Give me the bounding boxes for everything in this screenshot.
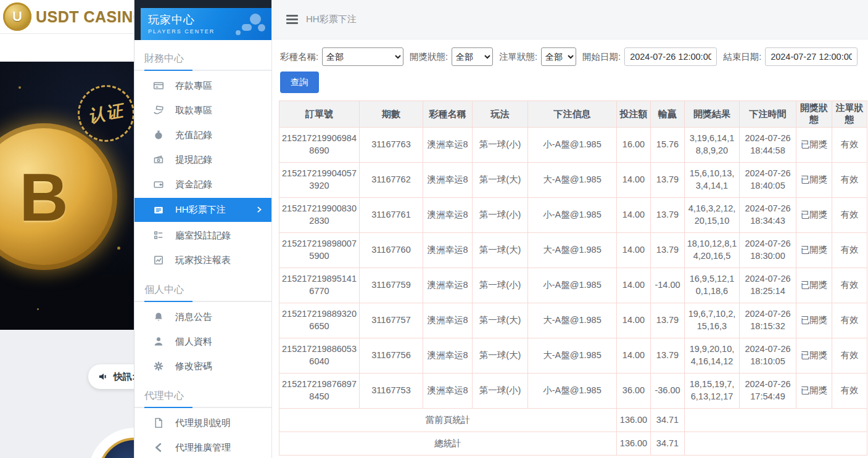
order-status-label: 注單狀態: [499,51,537,63]
summary-label: 當前頁統計 [279,409,617,432]
cell-order-status: 有效 [832,163,867,198]
user-icon [153,336,164,347]
cell-order-status: 有效 [832,233,867,268]
sidebar-item-label: 個人資料 [175,336,212,348]
sidebar-item-report-chart[interactable]: 玩家投注報表 [134,248,271,272]
draw-status-select[interactable]: 全部 [452,47,493,66]
section-underline [134,301,271,302]
cell-play-type: 第一球(大) [473,303,528,338]
cell-period: 31167760 [360,233,423,268]
sidebar-item-label: 充值記錄 [175,129,212,141]
gear-icon [153,361,164,372]
cell-bet-info: 小-A盤@1.985 [528,198,617,233]
cell-order-status: 有效 [832,374,867,409]
table-summary-row: 當前頁統計136.0034.71 [279,409,867,432]
order-status-select[interactable]: 全部 [541,47,576,66]
sidebar-item-list-record[interactable]: 廳室投註記錄 [134,223,271,248]
cell-period: 31167762 [360,163,423,198]
cell-draw-result: 15,6,10,13,3,4,14,1 [685,163,740,198]
cell-lottery-name: 澳洲幸运8 [423,128,473,163]
col-header-order-status: 注單狀態 [832,101,867,128]
end-date-input[interactable] [765,47,858,66]
table-row: 215217219898007590031167760澳洲幸运8第一球(大)大-… [279,233,867,268]
cell-bet-info: 大-A盤@1.985 [528,303,617,338]
list-record-icon [153,230,164,241]
cell-play-type: 第一球(大) [473,233,528,268]
filter-bar: 彩種名稱: 全部 開獎狀態: 全部 注單狀態: 全部 開始日期: 結束日期: [279,47,868,66]
section-title: 財務中心 [134,45,271,70]
col-header-play-type: 玩法 [473,101,528,128]
sidebar-item-cash[interactable]: 提現記錄 [134,147,271,172]
cell-bet-info: 小-A盤@1.985 [528,374,617,409]
table-row: 215217219895141677031167759澳洲幸运8第一球(小)小-… [279,268,867,303]
topbar: HH彩票下注 [273,0,868,39]
cell-bet-time: 2024-07-26 18:30:00 [740,233,796,268]
sidebar-item-lottery-ticket[interactable]: HH彩票下注 [134,198,271,222]
table-row: 215217219889320665031167757澳洲幸运8第一球(大)大-… [279,303,867,338]
col-header-draw-result: 開獎結果 [685,101,740,128]
speaker-icon [98,372,108,382]
cell-draw-status: 已開獎 [796,198,832,233]
sidebar-item-label: 存款專區 [175,80,212,92]
cell-win-loss: -14.00 [651,268,685,303]
col-header-lottery-name: 彩種名稱 [423,101,473,128]
cell-period: 31167753 [360,374,423,409]
logo-gap [0,34,134,62]
sidebar-item-hand-money[interactable]: 取款專區 [134,98,271,123]
sidebar-item-label: 代理推廣管理 [175,442,231,454]
cell-draw-status: 已開獎 [796,338,832,374]
cell-lottery-name: 澳洲幸运8 [423,338,473,374]
sidebar-item-label: 提現記錄 [175,154,212,166]
floating-service-button[interactable] [88,428,134,458]
table-row: 215217219876897845031167753澳洲幸运8第一球(小)小-… [279,374,867,409]
cell-lottery-name: 澳洲幸运8 [423,233,473,268]
sidebar-item-wallet[interactable]: 資金記錄 [134,172,271,197]
sidebar-item-document[interactable]: 代理規則說明 [134,411,271,435]
summary-label: 總統計 [279,432,617,456]
lottery-name-select[interactable]: 全部 [322,47,403,66]
table-row: 215217219900830283031167761澳洲幸运8第一球(小)小-… [279,198,867,233]
col-header-bet-amount: 投注額 [617,101,651,128]
news-ticker[interactable]: 快訊: [88,364,134,389]
sidebar-item-share[interactable]: 代理推廣管理 [134,435,271,458]
cell-period: 31167761 [360,198,423,233]
cell-lottery-name: 澳洲幸运8 [423,374,473,409]
page-title: HH彩票下注 [306,14,357,25]
cell-bet-time: 2024-07-26 18:25:14 [740,268,796,303]
cell-win-loss: 13.79 [651,198,685,233]
cell-draw-status: 已開獎 [796,128,832,163]
wallet-icon [153,179,164,190]
cell-play-type: 第一球(大) [473,163,528,198]
sidebar-item-user[interactable]: 個人資料 [134,329,271,354]
table-row: 215217219906984869031167763澳洲幸运8第一球(小)小-… [279,128,867,163]
cell-bet-amount: 36.00 [617,374,651,409]
col-header-order-no: 訂單號 [279,101,360,128]
sidebar-item-credit-card[interactable]: 存款專區 [134,73,271,98]
cell-draw-result: 16,9,5,12,10,1,18,6 [685,268,740,303]
sidebar-section: 財務中心存款專區取款專區充值記錄提現記錄資金記錄HH彩票下注廳室投註記錄玩家投注… [134,45,271,272]
cell-win-loss: 13.79 [651,233,685,268]
cell-draw-status: 已開獎 [796,374,832,409]
cell-bet-info: 小-A盤@1.985 [528,128,617,163]
cell-win-loss: 13.79 [651,303,685,338]
query-button[interactable]: 查詢 [280,72,319,93]
summary-win-loss-total: 34.71 [651,409,685,432]
cell-bet-amount: 14.00 [617,338,651,374]
start-date-input[interactable] [624,47,717,66]
menu-toggle-icon[interactable] [286,15,298,24]
cell-draw-status: 已開獎 [796,268,832,303]
cell-draw-result: 18,15,19,7,6,13,12,17 [685,374,740,409]
draw-status-label: 開獎狀態: [410,51,448,63]
cell-bet-time: 2024-07-26 18:10:05 [740,338,796,374]
cell-bet-amount: 14.00 [617,303,651,338]
table-header-row: 訂單號期數彩種名稱玩法下注信息投注額輸贏開獎結果下注時間開獎狀態注單狀態 [279,101,867,128]
table-row: 215217219886053604031167756澳洲幸运8第一球(大)大-… [279,338,867,374]
sidebar-item-money-bag[interactable]: 充值記錄 [134,123,271,147]
cell-play-type: 第一球(小) [473,374,528,409]
cell-bet-amount: 14.00 [617,268,651,303]
sidebar-item-bell[interactable]: 消息公告 [134,305,271,329]
sidebar-item-gear[interactable]: 修改密碼 [134,354,271,378]
cell-draw-status: 已開獎 [796,233,832,268]
left-promo-panel: U USDT CASINO B 认证 快訊: [0,0,134,458]
gamepad-icon [231,12,267,36]
